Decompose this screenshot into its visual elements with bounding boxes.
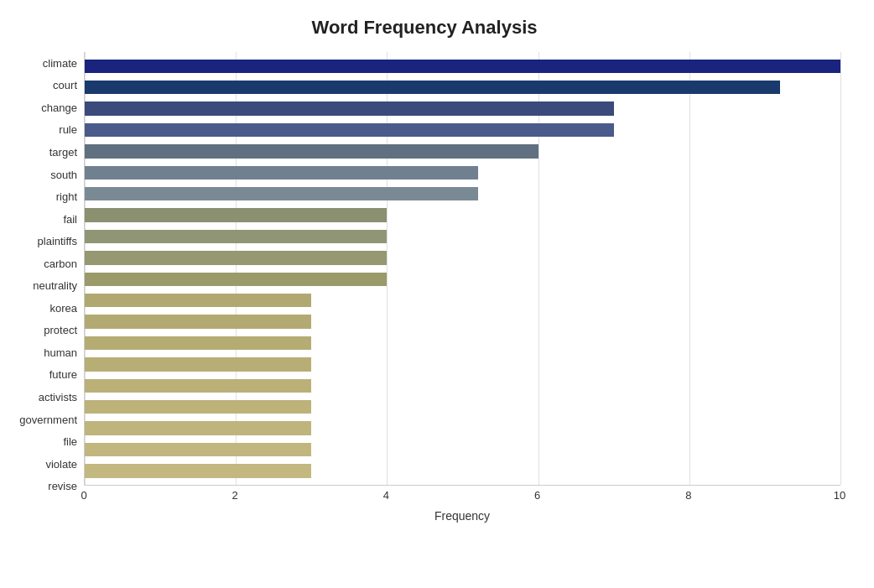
y-label-revise: revise	[48, 481, 77, 492]
y-label-plaintiffs: plaintiffs	[38, 236, 77, 247]
chart-title: Word Frequency Analysis	[8, 17, 840, 39]
bar-rule	[85, 123, 614, 137]
bar-plaintiffs	[85, 230, 387, 243]
bar-row-fail	[85, 205, 840, 226]
bar-row-target	[85, 141, 840, 162]
bars-area	[84, 52, 840, 486]
y-label-south: south	[50, 169, 77, 180]
bar-protect	[85, 315, 311, 328]
bar-row-south	[85, 162, 840, 183]
bar-row-file	[85, 418, 840, 439]
bar-court	[85, 81, 780, 94]
bar-government	[85, 400, 311, 414]
y-label-neutrality: neutrality	[33, 280, 77, 291]
grid-line	[840, 52, 841, 485]
bar-row-human	[85, 332, 840, 353]
bar-future	[85, 357, 311, 371]
y-labels: climatecourtchangeruletargetsouthrightfa…	[8, 52, 84, 523]
chart-area: climatecourtchangeruletargetsouthrightfa…	[8, 52, 840, 523]
y-label-activists: activists	[39, 392, 77, 403]
bar-climate	[85, 60, 840, 73]
bar-row-government	[85, 397, 840, 418]
x-tick-6: 6	[534, 489, 540, 502]
y-label-government: government	[19, 414, 77, 425]
y-label-climate: climate	[43, 58, 77, 69]
bar-korea	[85, 294, 311, 307]
y-label-change: change	[41, 102, 77, 113]
bar-target	[85, 144, 538, 158]
y-label-rule: rule	[59, 124, 77, 135]
x-axis: 0246810	[84, 486, 840, 504]
bar-row-rule	[85, 119, 840, 140]
x-tick-0: 0	[81, 489, 86, 502]
y-label-file: file	[63, 436, 77, 447]
x-tick-4: 4	[383, 489, 389, 502]
bar-row-right	[85, 183, 840, 204]
bar-south	[85, 166, 478, 180]
y-label-human: human	[44, 347, 77, 358]
bar-row-court	[85, 76, 840, 97]
bar-violate	[85, 443, 311, 456]
bar-fail	[85, 208, 387, 221]
bar-row-change	[85, 98, 840, 119]
bar-activists	[85, 379, 311, 393]
bar-file	[85, 421, 311, 434]
bar-row-protect	[85, 311, 840, 332]
bar-row-future	[85, 354, 840, 375]
y-label-target: target	[49, 147, 77, 158]
bar-row-korea	[85, 289, 840, 310]
y-label-fail: fail	[63, 214, 77, 225]
bar-row-revise	[85, 461, 840, 481]
bar-change	[85, 101, 614, 115]
bar-right	[85, 187, 478, 200]
x-tick-8: 8	[685, 489, 691, 502]
y-label-right: right	[56, 191, 77, 202]
bar-row-plaintiffs	[85, 226, 840, 247]
bar-row-activists	[85, 375, 840, 396]
bar-carbon	[85, 251, 387, 264]
y-label-future: future	[49, 369, 77, 380]
y-label-korea: korea	[49, 303, 77, 314]
bar-row-carbon	[85, 247, 840, 268]
bar-neutrality	[85, 273, 387, 286]
bar-revise	[85, 464, 311, 477]
chart-container: Word Frequency Analysis climatecourtchan…	[0, 0, 874, 588]
bar-row-neutrality	[85, 268, 840, 289]
y-label-court: court	[53, 80, 77, 91]
bar-row-climate	[85, 55, 840, 76]
bar-row-violate	[85, 439, 840, 460]
x-tick-2: 2	[232, 489, 238, 502]
y-label-protect: protect	[44, 325, 77, 336]
x-axis-label: Frequency	[84, 509, 840, 523]
bars-and-x: 0246810 Frequency	[84, 52, 840, 523]
bar-human	[85, 336, 311, 350]
bars-inner	[85, 52, 840, 485]
y-label-carbon: carbon	[44, 258, 77, 269]
y-label-violate: violate	[45, 459, 77, 470]
x-tick-10: 10	[834, 489, 845, 502]
